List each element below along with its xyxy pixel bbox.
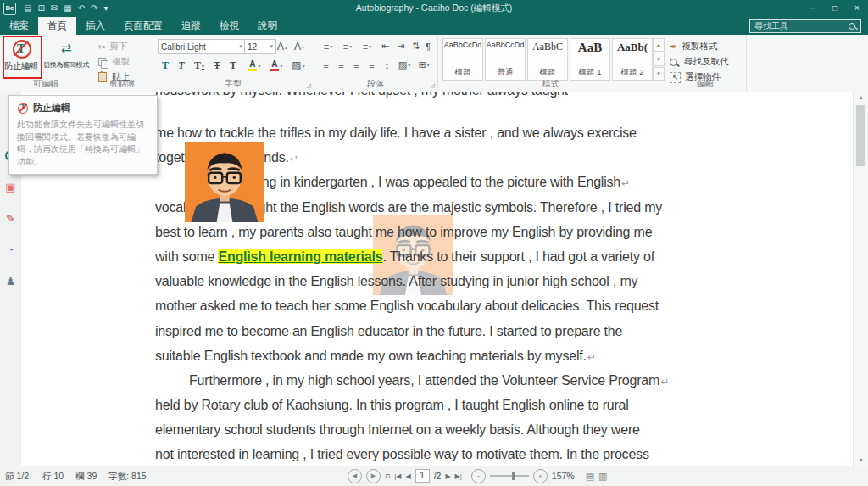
collaboration-panel-button[interactable]: ♟ xyxy=(0,274,21,289)
toolbar-more-icon[interactable]: ▾ xyxy=(103,0,108,17)
ribbon: T 防止編輯 ⇄ 切換為審閱模式 可編輯 ✂ 剪下 複製 貼上 剪貼簿 xyxy=(0,35,868,92)
zoom-out-button[interactable]: − xyxy=(471,469,486,483)
scissors-icon: ✂ xyxy=(98,42,105,52)
increase-indent-button[interactable]: ⇥ xyxy=(393,39,408,53)
italic-button[interactable]: T xyxy=(174,58,189,73)
paragraph-dialog-launcher[interactable]: ◿ xyxy=(431,82,435,89)
style-chip-heading2[interactable]: AaBb( 標題 2 xyxy=(612,38,653,81)
find-tool-search-input[interactable]: 尋找工具 xyxy=(749,19,861,33)
next-page-button[interactable]: ▶ xyxy=(445,472,450,480)
grow-font-button[interactable]: A▴ xyxy=(275,39,290,54)
tab-help[interactable]: 說明 xyxy=(248,17,287,35)
find-replace-button[interactable]: 尋找及取代 xyxy=(670,55,729,69)
maximize-button[interactable]: □ xyxy=(824,0,846,17)
tab-home[interactable]: 首頁 xyxy=(38,17,76,35)
word-count[interactable]: 字數: 815 xyxy=(108,471,146,483)
bullets-button[interactable]: ≡▾ xyxy=(319,39,337,53)
font-color-button[interactable]: A ▾ xyxy=(266,58,287,73)
switch-review-label: 切換為審閱模式 xyxy=(43,60,89,70)
shading-button[interactable]: ▨▾ xyxy=(395,58,414,72)
forward-circle-button[interactable]: ▶ xyxy=(366,469,381,483)
align-center-button[interactable]: ≡ xyxy=(334,58,348,72)
format-painter-button[interactable]: ✒ 複製格式 xyxy=(670,40,717,53)
scroll-up-button[interactable]: ▴ xyxy=(854,92,868,103)
style-chip-normal[interactable]: AaBbCcDd 普通 xyxy=(485,38,526,81)
web-view-button[interactable]: ▥ xyxy=(598,471,607,482)
numbering-button[interactable]: ≡▾ xyxy=(338,39,357,53)
strikethrough-button[interactable]: T xyxy=(209,58,225,73)
browse-object-button[interactable]: ⊓ xyxy=(385,472,390,480)
previous-page-button[interactable]: ◀ xyxy=(405,472,410,480)
page-number-input[interactable]: 1 xyxy=(415,469,430,483)
mail-icon[interactable]: ✉ xyxy=(51,0,58,17)
bold-button[interactable]: T xyxy=(158,58,173,73)
zoom-slider-handle[interactable] xyxy=(512,472,515,480)
search-placeholder: 尋找工具 xyxy=(754,20,788,32)
style-scroll-down-button[interactable]: ▾ xyxy=(653,53,665,66)
new-document-icon[interactable]: ▤ xyxy=(24,0,31,17)
undo-icon[interactable]: ↶ xyxy=(78,0,85,17)
text-run: to rural xyxy=(584,398,628,412)
vertical-scrollbar[interactable]: ▴ ▾ xyxy=(853,92,868,466)
font-family-select[interactable]: Calibri Light ▾ xyxy=(158,39,246,54)
tab-page-layout[interactable]: 頁面配置 xyxy=(114,17,172,35)
scrollbar-thumb[interactable] xyxy=(856,105,865,166)
multilevel-list-button[interactable]: ≡▾ xyxy=(358,39,376,53)
line-spacing-button[interactable]: ↕ xyxy=(380,58,394,72)
numbering-icon: ≡ xyxy=(343,42,348,52)
close-button[interactable]: × xyxy=(846,0,868,17)
align-right-button[interactable]: ≡ xyxy=(349,58,364,72)
first-page-button[interactable]: |◀ xyxy=(394,472,401,480)
document-clipped-line: housework by myself. Whenever I felt ups… xyxy=(155,92,568,102)
redo-icon[interactable]: ↷ xyxy=(91,0,97,17)
text-effects-button[interactable]: T xyxy=(225,58,241,73)
sort-button[interactable]: ⇅ xyxy=(409,39,423,53)
letter-a-glyph: A xyxy=(271,60,277,68)
decrease-indent-button[interactable]: ⇤ xyxy=(378,39,392,53)
search-icon[interactable] xyxy=(849,23,855,30)
pen-tool-button[interactable]: ✎ xyxy=(0,211,21,226)
page-view-button[interactable]: ▤ xyxy=(586,471,594,482)
style-scroll-up-button[interactable]: ▴ xyxy=(653,38,665,52)
align-right-icon: ≡ xyxy=(353,60,359,70)
highlight-color-button[interactable]: A ▾ xyxy=(244,58,264,73)
style-chip-heading1[interactable]: AaB 標題 1 xyxy=(570,38,610,81)
zoom-slider[interactable] xyxy=(490,475,529,477)
tab-track[interactable]: 追蹤 xyxy=(172,17,210,35)
document-text-line: suitable English textbook and made my ow… xyxy=(155,344,669,368)
style-preview: AaBbCcDd xyxy=(487,41,525,49)
letter-t-glyph: T xyxy=(20,103,25,111)
show-marks-button[interactable]: ¶ xyxy=(422,39,434,53)
avatar-image[interactable] xyxy=(185,142,264,222)
stamp-icon: ▣ xyxy=(5,181,15,193)
tab-view[interactable]: 檢視 xyxy=(210,17,248,35)
align-left-button[interactable]: ≡ xyxy=(319,58,333,72)
shrink-font-button[interactable]: A▾ xyxy=(292,39,307,54)
borders-button[interactable]: ⊞▾ xyxy=(415,58,433,72)
justify-button[interactable]: ≡ xyxy=(364,58,379,72)
tab-file[interactable]: 檔案 xyxy=(0,17,38,35)
scroll-down-button[interactable]: ▾ xyxy=(854,455,868,466)
last-page-button[interactable]: ▶| xyxy=(455,472,462,480)
history-panel-button[interactable]: ◔ xyxy=(0,243,21,258)
stamp-tool-button[interactable]: ▣ xyxy=(0,180,21,195)
underline-button[interactable]: T▾ xyxy=(190,58,209,73)
cut-button[interactable]: ✂ 剪下 xyxy=(98,40,127,53)
zoom-level[interactable]: 157% xyxy=(552,471,575,481)
copy-button[interactable]: 複製 xyxy=(98,55,130,69)
character-shading-button[interactable]: ▨▾ xyxy=(288,58,309,73)
tab-insert[interactable]: 插入 xyxy=(76,17,114,35)
font-dialog-launcher[interactable]: ◿ xyxy=(307,82,311,89)
document-text-line: held by Rotary club of Kaohsiung. In thi… xyxy=(155,393,669,417)
save-icon[interactable]: ⊞ xyxy=(37,0,44,17)
back-circle-button[interactable]: ◀ xyxy=(348,469,362,483)
style-chip-title[interactable]: AaBbCcDd 標題 xyxy=(442,38,483,81)
app-logo[interactable]: Dc xyxy=(3,3,16,15)
print-icon[interactable]: ▦ xyxy=(64,0,71,17)
minimize-button[interactable]: ─ xyxy=(802,0,824,17)
prevent-edit-button[interactable]: T 防止編輯 xyxy=(5,38,37,72)
switch-review-mode-button[interactable]: ⇄ 切換為審閱模式 xyxy=(42,38,90,72)
style-chip-heading[interactable]: AaBbC 標題 xyxy=(527,38,568,81)
zoom-in-button[interactable]: + xyxy=(533,469,548,483)
font-size-select[interactable]: 12 ▾ xyxy=(244,39,276,54)
